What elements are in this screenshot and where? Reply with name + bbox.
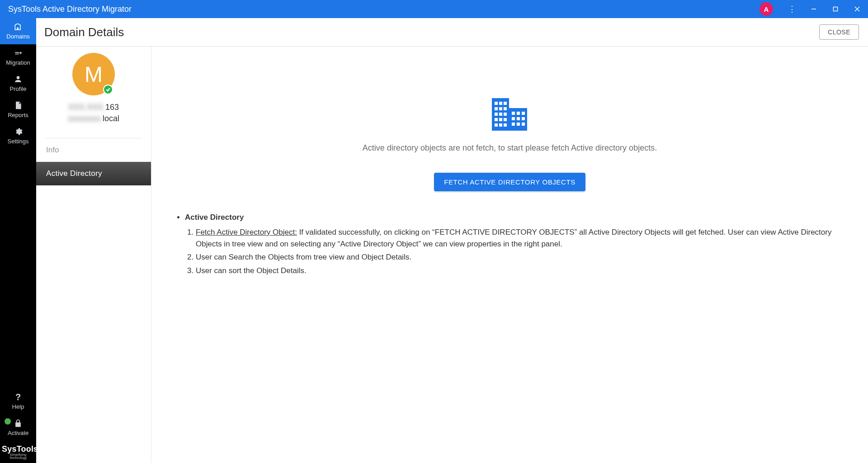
svg-rect-27 [512,123,515,126]
user-avatar[interactable]: A [760,2,773,16]
svg-rect-8 [504,102,507,105]
svg-rect-9 [495,107,498,110]
migration-icon [13,48,23,58]
nav-label: Help [12,403,24,410]
svg-rect-13 [499,113,502,116]
help-item-3: User can sort the Object Details. [196,264,844,278]
nav-item-profile[interactable]: Profile [0,71,36,97]
nav-item-reports[interactable]: Reports [0,97,36,123]
nav-label: Profile [10,85,27,92]
nav-label: Migration [6,59,30,66]
svg-rect-14 [504,113,507,116]
empty-state-text: Active directory objects are not fetch, … [363,143,657,153]
nav-item-migration[interactable]: Migration [0,44,36,71]
content-area: Domain Details CLOSE M XXX.XXX.163 xxxxx… [36,18,868,463]
main-pane: Active directory objects are not fetch, … [151,47,868,463]
nav-label: Domains [6,33,29,40]
minimize-button[interactable] [803,0,825,18]
titlebar: SysTools Active Directory Migrator A ⋮ [0,0,868,18]
domain-name-line: xxxxxxxx.local [68,113,119,124]
domain-avatar-letter: M [85,62,103,87]
svg-rect-18 [495,123,498,127]
fetch-ad-objects-button[interactable]: FETCH ACTIVE DIRECTORY OBJECTS [434,173,585,191]
help-item-1: Fetch Active Directory Object: If valida… [196,226,844,250]
svg-rect-22 [517,112,520,115]
svg-rect-21 [512,112,515,115]
svg-rect-6 [495,102,498,105]
svg-rect-10 [499,107,502,110]
verified-badge-icon [103,85,113,94]
svg-rect-26 [522,117,525,120]
subnav-item-info[interactable]: Info [36,138,151,162]
subnav-item-active-directory[interactable]: Active Directory [36,162,151,185]
brand-logo: SysTools® Simplifying Technology [0,441,36,463]
domain-ip-line: XXX.XXX.163 [68,102,119,113]
detail-subpanel: M XXX.XXX.163 xxxxxxxx.local Info Active… [36,47,151,463]
domain-profile: M XXX.XXX.163 xxxxxxxx.local [36,47,151,132]
profile-icon [13,74,23,84]
reports-icon [13,100,23,110]
empty-state: Active directory objects are not fetch, … [160,47,860,205]
help-heading: Active Directory [185,213,844,222]
page-title: Domain Details [44,25,124,39]
building-icon [491,96,529,134]
svg-rect-16 [499,118,502,121]
settings-icon [13,127,23,137]
close-button[interactable]: CLOSE [819,24,859,40]
help-icon: ? [13,392,23,402]
app-title: SysTools Active Directory Migrator [8,5,132,14]
page-header: Domain Details CLOSE [36,18,868,47]
close-window-button[interactable] [846,0,868,18]
svg-rect-12 [495,113,498,116]
left-nav: Domains Migration Profile Reports [0,18,36,463]
more-menu-icon[interactable]: ⋮ [783,4,801,14]
nav-label: Settings [8,138,29,145]
help-section: Active Directory Fetch Active Directory … [160,205,860,277]
brand-name: SysTools [2,444,38,454]
nav-item-help[interactable]: ? Help [0,388,36,415]
nav-label: Activate [8,430,28,436]
svg-rect-25 [517,117,520,120]
activate-icon [13,418,23,428]
svg-rect-15 [495,118,498,121]
svg-rect-1 [834,7,838,11]
nav-item-domains[interactable]: Domains [0,18,36,44]
maximize-button[interactable] [825,0,846,18]
domain-avatar: M [72,53,115,95]
activate-status-dot [5,418,11,425]
svg-rect-7 [499,102,502,105]
help-item-1-lead: Fetch Active Directory Object: [196,228,297,236]
brand-tagline: Simplifying Technology [2,453,34,459]
svg-rect-29 [522,123,525,126]
user-avatar-letter: A [764,5,769,13]
domain-info-block: XXX.XXX.163 xxxxxxxx.local [68,102,119,124]
svg-rect-19 [499,123,502,127]
domains-icon [13,22,23,32]
svg-rect-20 [504,123,507,127]
nav-label: Reports [8,112,28,118]
svg-rect-17 [504,118,507,121]
help-item-2: User can Search the Objects from tree vi… [196,250,844,264]
nav-item-activate[interactable]: Activate [0,415,36,441]
svg-rect-11 [504,107,507,110]
svg-rect-28 [517,123,520,126]
svg-rect-24 [512,117,515,120]
svg-rect-23 [522,112,525,115]
nav-item-settings[interactable]: Settings [0,123,36,149]
